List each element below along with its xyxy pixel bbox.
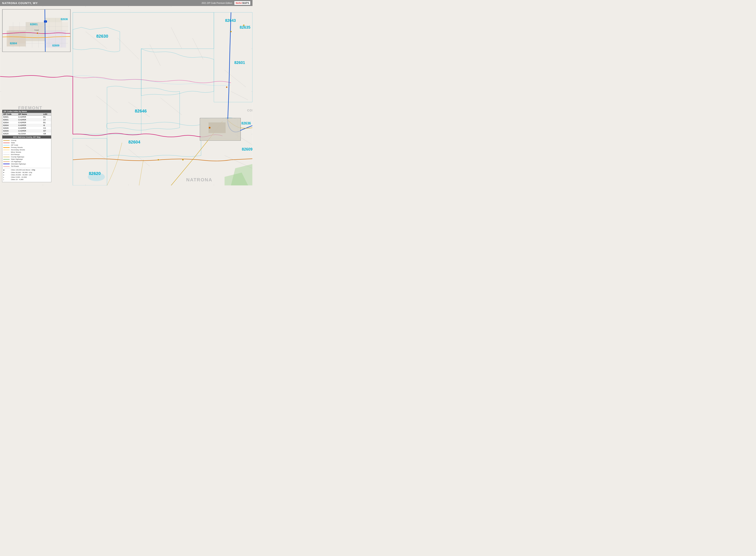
loc-cell: G8 — [42, 132, 51, 135]
svg-point-22 — [182, 159, 184, 161]
legend-city-large: ● Cities 100,000 and Above •City — [3, 169, 50, 171]
legend-minor: Minor Streets — [3, 151, 50, 153]
legend-city-xsmall: ● Cities 5,000 - 24,999 — [3, 176, 50, 178]
legend-county-hwy: County Highways — [3, 156, 50, 158]
zip-name-cell: CASPER — [17, 127, 42, 130]
svg-point-23 — [158, 159, 159, 161]
table-row: 82604CASPERI6 — [2, 124, 51, 127]
zip-name-cell: CASPER — [17, 116, 42, 118]
zip-name-cell: CASPER — [17, 130, 42, 132]
svg-point-24 — [88, 173, 105, 181]
loc-cell: B1 — [42, 121, 51, 124]
legend-minor-label: Minor Streets — [11, 151, 21, 153]
svg-point-19 — [226, 86, 227, 88]
svg-point-60 — [37, 33, 38, 34]
legend-city-tiny: ● Cities 10 - 4,999 — [3, 179, 50, 180]
svg-text:82609: 82609 — [52, 44, 59, 47]
legend-zip-label: ZIP Code — [11, 144, 18, 146]
legend-county-hwy-label: County Highways — [11, 156, 24, 158]
svg-point-20 — [243, 25, 244, 26]
table-row: 82601CASPERL4 — [2, 118, 51, 121]
svg-text:82604: 82604 — [10, 42, 17, 45]
loc-cell: L4 — [42, 118, 51, 121]
zip-code-cell: 82604 — [2, 124, 17, 127]
legend-secondary: Secondary Streets — [3, 149, 50, 151]
main-map: 82630 82643 82635 82601 82646 82636 8260… — [0, 6, 253, 185]
legend-exit: Exit Ramps — [3, 153, 50, 155]
zip-code-cell: 82601 — [2, 118, 17, 121]
legend-state-hwy-label: State Highways — [11, 158, 23, 160]
svg-text:Casper: Casper — [34, 29, 39, 31]
table-title: ZIP Codes Index by Name — [3, 110, 27, 112]
zip-name-cell: CASPER — [17, 121, 42, 124]
zip-name-cell: CASPER — [17, 118, 42, 121]
legend-toll-label: Toll Roads — [11, 165, 19, 167]
legend-us-hwy-label: US Highways — [11, 161, 21, 163]
svg-text:82636: 82636 — [61, 18, 68, 21]
legend-city-small: ● Cities 25,000 - 49,999 12k — [3, 174, 50, 176]
legend-title: 2021 Natrona County, WY Map — [2, 136, 51, 139]
svg-point-21 — [230, 31, 232, 32]
table-row: 82609CASPERM7 — [2, 130, 51, 132]
legend-county-label: County — [11, 139, 16, 141]
legend-zip: ZIP Code — [3, 144, 50, 146]
legend-primary-label: Primary Streets — [11, 146, 23, 148]
legend-secondary-label: Secondary Streets — [11, 149, 25, 151]
legend-us-hwy: US Highways — [3, 161, 50, 163]
col-loc: LOC — [42, 113, 51, 116]
legend-county: County — [3, 139, 50, 141]
header: NATRONA COUNTY, WY 2021 ZIP Code Premium… — [0, 0, 253, 6]
loc-cell: M7 — [42, 130, 51, 132]
table-row: 82601CASPERB1 — [2, 116, 51, 118]
table-row: 82620ALCOVAG8 — [2, 132, 51, 135]
col-name: ZIP Name — [17, 113, 42, 116]
legend-exit-label: Exit Ramps — [11, 153, 20, 155]
zip-code-cell: 82609 — [2, 130, 17, 132]
col-zip: ZIP Code — [2, 113, 17, 116]
svg-rect-17 — [209, 122, 226, 133]
table-header: ZIP Codes Index by Name — [2, 110, 51, 113]
table-row: 82609CASPERC2 — [2, 127, 51, 130]
logo-box: Market MAPS — [234, 1, 250, 5]
legend-state-hwy: State Highways — [3, 158, 50, 160]
table-row: 82604CASPERB1 — [2, 121, 51, 124]
inset-map: I 82636 82801 82604 82609 Casper — [2, 9, 71, 52]
legend-primary: Primary Streets — [3, 146, 50, 148]
legend-state: State — [3, 142, 50, 144]
legend-interstate: Interstate Highways — [3, 163, 50, 165]
inset-svg: I 82636 82801 82604 82609 Casper — [2, 9, 70, 52]
page-title: NATRONA COUNTY, WY — [2, 1, 38, 5]
legend-city-medium: ● Cities 50,000 - 99,999 •City — [3, 172, 50, 173]
loc-cell: I6 — [42, 124, 51, 127]
zip-code-cell: 82609 — [2, 127, 17, 130]
loc-cell: C2 — [42, 127, 51, 130]
zip-code-cell: 82620 — [2, 132, 17, 135]
zip-name-cell: ALCOVA — [17, 132, 42, 135]
loc-cell: B1 — [42, 116, 51, 118]
zip-code-cell: 82604 — [2, 121, 17, 124]
header-right: 2021 ZIP Code Premium Edition Market MAP… — [202, 1, 250, 5]
logo-maps: MAPS — [242, 2, 249, 4]
map-legend: 2021 Natrona County, WY Map County State… — [2, 135, 52, 182]
edition-label: 2021 ZIP Code Premium Edition — [202, 2, 232, 4]
legend-state-label: State — [11, 142, 15, 144]
svg-text:82801: 82801 — [30, 23, 38, 26]
svg-point-18 — [209, 127, 210, 129]
legend-interstate-label: Interstate Highways — [11, 163, 26, 165]
legend-toll: Toll Roads — [3, 165, 50, 167]
logo-market: Market — [236, 2, 242, 4]
zip-name-cell: CASPER — [17, 124, 42, 127]
zip-code-cell: 82601 — [2, 116, 17, 118]
